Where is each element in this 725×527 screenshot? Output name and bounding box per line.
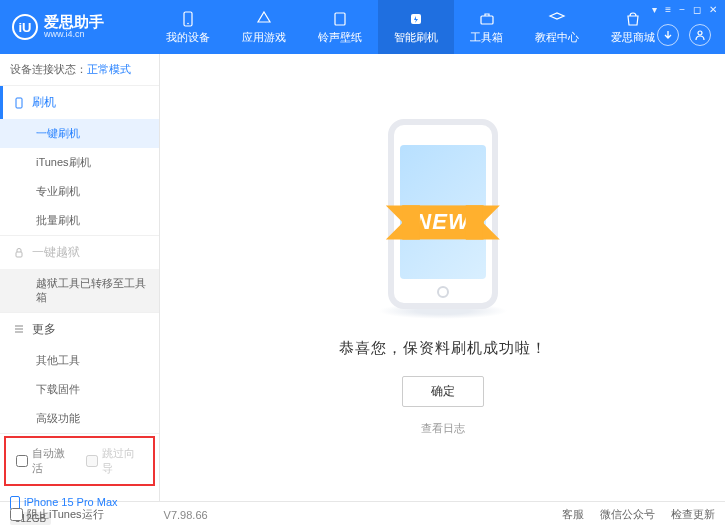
footer-update[interactable]: 检查更新 [671, 507, 715, 522]
device-name: iPhone 15 Pro Max [24, 496, 118, 508]
close-icon[interactable]: ✕ [709, 4, 717, 15]
minimize-icon[interactable]: − [679, 4, 685, 15]
sidebar-item-jbmoved[interactable]: 越狱工具已转移至工具箱 [0, 269, 159, 312]
app-url: www.i4.cn [44, 29, 104, 40]
logo-icon: iU [12, 14, 38, 40]
app-header: iU 爱思助手 www.i4.cn 我的设备 应用游戏 铃声壁纸 智能刷机 工具… [0, 0, 725, 54]
settings-icon[interactable]: ≡ [665, 4, 671, 15]
footer-wechat[interactable]: 微信公众号 [600, 507, 655, 522]
group-label: 一键越狱 [32, 244, 80, 261]
version-label: V7.98.66 [164, 509, 208, 521]
flash-group-icon [12, 96, 26, 110]
cb-label: 跳过向导 [102, 446, 144, 476]
success-message: 恭喜您，保资料刷机成功啦！ [339, 339, 547, 358]
device-icon [179, 10, 197, 28]
sidebar-item-batch[interactable]: 批量刷机 [0, 206, 159, 235]
nav-flash[interactable]: 智能刷机 [378, 0, 454, 54]
download-icon[interactable] [657, 24, 679, 46]
nav-label: 爱思商城 [611, 30, 655, 45]
nav-label: 应用游戏 [242, 30, 286, 45]
nav-my-device[interactable]: 我的设备 [150, 0, 226, 54]
nav-ringtone[interactable]: 铃声壁纸 [302, 0, 378, 54]
nav-label: 我的设备 [166, 30, 210, 45]
svg-rect-4 [481, 16, 493, 24]
tutorial-icon [548, 10, 566, 28]
phone-home-icon [437, 286, 449, 298]
phone-illustration: NEW [378, 119, 508, 319]
sidebar: 设备连接状态：正常模式 刷机 一键刷机 iTunes刷机 专业刷机 批量刷机 一… [0, 54, 160, 501]
ok-button[interactable]: 确定 [402, 376, 484, 407]
highlight-box: 自动激活 跳过向导 [4, 436, 155, 486]
menu-icon[interactable]: ▾ [652, 4, 657, 15]
sidebar-item-advanced[interactable]: 高级功能 [0, 404, 159, 433]
checkbox-skip-guide[interactable]: 跳过向导 [86, 446, 144, 476]
flash-icon [407, 10, 425, 28]
device-status: 设备连接状态：正常模式 [0, 54, 159, 86]
maximize-icon[interactable]: ◻ [693, 4, 701, 15]
footer-support[interactable]: 客服 [562, 507, 584, 522]
nav-tutorial[interactable]: 教程中心 [519, 0, 595, 54]
options-row: 自动激活 跳过向导 [6, 438, 153, 484]
status-mode: 正常模式 [87, 63, 131, 75]
header-actions [657, 24, 711, 46]
nav-label: 工具箱 [470, 30, 503, 45]
sidebar-item-onekey[interactable]: 一键刷机 [0, 119, 159, 148]
sidebar-item-pro[interactable]: 专业刷机 [0, 177, 159, 206]
content-area: 设备连接状态：正常模式 刷机 一键刷机 iTunes刷机 专业刷机 批量刷机 一… [0, 54, 725, 501]
group-label: 更多 [32, 321, 56, 338]
footer-links: 客服 微信公众号 检查更新 [562, 507, 715, 522]
svg-rect-2 [335, 13, 345, 25]
logo-area: iU 爱思助手 www.i4.cn [0, 14, 150, 40]
svg-point-1 [187, 22, 189, 24]
svg-point-5 [698, 31, 702, 35]
main-panel: NEW 恭喜您，保资料刷机成功啦！ 确定 查看日志 [160, 54, 725, 501]
logo-text: 爱思助手 www.i4.cn [44, 14, 104, 40]
sidebar-item-itunes[interactable]: iTunes刷机 [0, 148, 159, 177]
apps-icon [255, 10, 273, 28]
group-label: 刷机 [32, 94, 56, 111]
svg-rect-6 [16, 98, 22, 108]
sidebar-group-flash: 刷机 一键刷机 iTunes刷机 专业刷机 批量刷机 [0, 86, 159, 236]
sidebar-group-more: 更多 其他工具 下载固件 高级功能 [0, 313, 159, 434]
nav-label: 智能刷机 [394, 30, 438, 45]
user-icon[interactable] [689, 24, 711, 46]
store-icon [624, 10, 642, 28]
view-log-link[interactable]: 查看日志 [421, 421, 465, 436]
nav-label: 铃声壁纸 [318, 30, 362, 45]
cb-label: 阻止iTunes运行 [27, 507, 104, 522]
checkbox-block-itunes[interactable]: 阻止iTunes运行 [10, 507, 104, 522]
nav-apps[interactable]: 应用游戏 [226, 0, 302, 54]
sidebar-head-more[interactable]: 更多 [0, 313, 159, 346]
sidebar-group-jailbreak: 一键越狱 越狱工具已转移至工具箱 [0, 236, 159, 313]
nav-toolbox[interactable]: 工具箱 [454, 0, 519, 54]
sidebar-head-jailbreak[interactable]: 一键越狱 [0, 236, 159, 269]
nav-label: 教程中心 [535, 30, 579, 45]
top-nav: 我的设备 应用游戏 铃声壁纸 智能刷机 工具箱 教程中心 爱思商城 [150, 0, 671, 54]
svg-rect-7 [16, 252, 22, 257]
ringtone-icon [331, 10, 349, 28]
sidebar-head-flash[interactable]: 刷机 [0, 86, 159, 119]
status-label: 设备连接状态： [10, 63, 87, 75]
cb-label: 自动激活 [32, 446, 74, 476]
app-name: 爱思助手 [44, 14, 104, 29]
checkbox-auto-activate[interactable]: 自动激活 [16, 446, 74, 476]
lock-icon [12, 246, 26, 260]
new-ribbon: NEW [401, 205, 483, 239]
sidebar-item-othertools[interactable]: 其他工具 [0, 346, 159, 375]
more-icon [12, 322, 26, 336]
window-controls: ▾ ≡ − ◻ ✕ [652, 4, 717, 15]
sidebar-item-download-fw[interactable]: 下载固件 [0, 375, 159, 404]
toolbox-icon [478, 10, 496, 28]
